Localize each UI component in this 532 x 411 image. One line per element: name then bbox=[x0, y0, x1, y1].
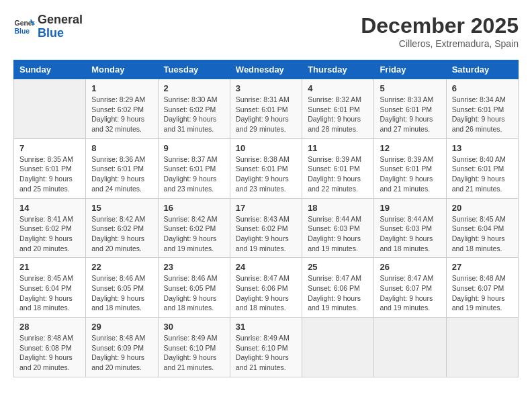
header-sunday: Sunday bbox=[14, 60, 86, 79]
day-info: Sunrise: 8:47 AMSunset: 6:07 PMDaylight:… bbox=[380, 273, 440, 313]
day-number: 29 bbox=[91, 322, 152, 332]
calendar-cell: 29Sunrise: 8:48 AMSunset: 6:09 PMDayligh… bbox=[86, 318, 158, 377]
day-info: Sunrise: 8:33 AMSunset: 6:01 PMDaylight:… bbox=[380, 95, 440, 134]
day-number: 26 bbox=[380, 262, 440, 272]
svg-text:Blue: Blue bbox=[15, 27, 30, 34]
calendar-cell: 27Sunrise: 8:48 AMSunset: 6:07 PMDayligh… bbox=[446, 258, 518, 318]
day-info: Sunrise: 8:45 AMSunset: 6:04 PMDaylight:… bbox=[452, 214, 513, 254]
calendar-cell: 8Sunrise: 8:36 AMSunset: 6:01 PMDaylight… bbox=[86, 138, 158, 198]
header-tuesday: Tuesday bbox=[158, 60, 230, 79]
calendar-cell: 15Sunrise: 8:42 AMSunset: 6:02 PMDayligh… bbox=[86, 198, 158, 258]
day-info: Sunrise: 8:34 AMSunset: 6:01 PMDaylight:… bbox=[452, 95, 513, 134]
day-number: 25 bbox=[308, 262, 368, 272]
day-info: Sunrise: 8:48 AMSunset: 6:09 PMDaylight:… bbox=[91, 333, 152, 373]
day-info: Sunrise: 8:48 AMSunset: 6:07 PMDaylight:… bbox=[452, 273, 513, 313]
calendar-cell: 3Sunrise: 8:31 AMSunset: 6:01 PMDaylight… bbox=[230, 79, 302, 139]
calendar-cell: 14Sunrise: 8:41 AMSunset: 6:02 PMDayligh… bbox=[14, 198, 86, 258]
day-info: Sunrise: 8:35 AMSunset: 6:01 PMDaylight:… bbox=[19, 154, 80, 194]
title-area: December 2025 Cilleros, Extremadura, Spa… bbox=[361, 13, 519, 49]
day-number: 5 bbox=[380, 83, 440, 93]
calendar-cell: 25Sunrise: 8:47 AMSunset: 6:06 PMDayligh… bbox=[302, 258, 374, 318]
calendar-cell: 5Sunrise: 8:33 AMSunset: 6:01 PMDaylight… bbox=[374, 79, 446, 139]
day-number: 23 bbox=[164, 262, 224, 272]
day-number: 17 bbox=[236, 203, 296, 213]
calendar-cell: 20Sunrise: 8:45 AMSunset: 6:04 PMDayligh… bbox=[446, 198, 518, 258]
week-row-4: 21Sunrise: 8:45 AMSunset: 6:04 PMDayligh… bbox=[14, 258, 519, 318]
calendar-cell: 9Sunrise: 8:37 AMSunset: 6:01 PMDaylight… bbox=[158, 138, 230, 198]
day-number: 12 bbox=[380, 143, 440, 153]
day-info: Sunrise: 8:40 AMSunset: 6:01 PMDaylight:… bbox=[452, 154, 513, 194]
day-number: 16 bbox=[164, 203, 224, 213]
day-info: Sunrise: 8:41 AMSunset: 6:02 PMDaylight:… bbox=[19, 214, 80, 254]
header-saturday: Saturday bbox=[446, 60, 518, 79]
header: General Blue General Blue December 2025 … bbox=[13, 13, 519, 49]
calendar-cell: 19Sunrise: 8:44 AMSunset: 6:03 PMDayligh… bbox=[374, 198, 446, 258]
day-info: Sunrise: 8:47 AMSunset: 6:06 PMDaylight:… bbox=[308, 273, 368, 313]
header-wednesday: Wednesday bbox=[230, 60, 302, 79]
day-info: Sunrise: 8:36 AMSunset: 6:01 PMDaylight:… bbox=[91, 154, 152, 194]
calendar-table: SundayMondayTuesdayWednesdayThursdayFrid… bbox=[13, 60, 519, 377]
day-info: Sunrise: 8:30 AMSunset: 6:02 PMDaylight:… bbox=[164, 95, 224, 134]
day-info: Sunrise: 8:31 AMSunset: 6:01 PMDaylight:… bbox=[236, 95, 296, 134]
day-number: 7 bbox=[19, 143, 80, 153]
day-number: 11 bbox=[308, 143, 368, 153]
calendar-cell: 31Sunrise: 8:49 AMSunset: 6:10 PMDayligh… bbox=[230, 318, 302, 377]
day-number: 2 bbox=[164, 83, 224, 93]
calendar-cell bbox=[374, 318, 446, 377]
day-info: Sunrise: 8:42 AMSunset: 6:02 PMDaylight:… bbox=[164, 214, 224, 254]
calendar-cell: 2Sunrise: 8:30 AMSunset: 6:02 PMDaylight… bbox=[158, 79, 230, 139]
day-info: Sunrise: 8:48 AMSunset: 6:08 PMDaylight:… bbox=[19, 333, 80, 373]
month-title: December 2025 bbox=[361, 13, 519, 38]
day-info: Sunrise: 8:42 AMSunset: 6:02 PMDaylight:… bbox=[91, 214, 152, 254]
calendar-cell: 21Sunrise: 8:45 AMSunset: 6:04 PMDayligh… bbox=[14, 258, 86, 318]
week-row-3: 14Sunrise: 8:41 AMSunset: 6:02 PMDayligh… bbox=[14, 198, 519, 258]
day-number: 8 bbox=[91, 143, 152, 153]
header-friday: Friday bbox=[374, 60, 446, 79]
day-number: 22 bbox=[91, 262, 152, 272]
calendar-cell bbox=[302, 318, 374, 377]
day-number: 24 bbox=[236, 262, 296, 272]
day-number: 20 bbox=[452, 203, 513, 213]
day-number: 27 bbox=[452, 262, 513, 272]
calendar-cell: 10Sunrise: 8:38 AMSunset: 6:01 PMDayligh… bbox=[230, 138, 302, 198]
logo-general-text: General bbox=[38, 13, 83, 27]
day-number: 9 bbox=[164, 143, 224, 153]
calendar-cell: 23Sunrise: 8:46 AMSunset: 6:05 PMDayligh… bbox=[158, 258, 230, 318]
calendar-cell: 28Sunrise: 8:48 AMSunset: 6:08 PMDayligh… bbox=[14, 318, 86, 377]
day-number: 18 bbox=[308, 203, 368, 213]
day-number: 15 bbox=[91, 203, 152, 213]
day-number: 14 bbox=[19, 203, 80, 213]
header-monday: Monday bbox=[86, 60, 158, 79]
logo-blue-text: Blue bbox=[38, 27, 83, 40]
day-info: Sunrise: 8:37 AMSunset: 6:01 PMDaylight:… bbox=[164, 154, 224, 194]
day-info: Sunrise: 8:45 AMSunset: 6:04 PMDaylight:… bbox=[19, 273, 80, 313]
calendar-cell: 22Sunrise: 8:46 AMSunset: 6:05 PMDayligh… bbox=[86, 258, 158, 318]
calendar-cell: 7Sunrise: 8:35 AMSunset: 6:01 PMDaylight… bbox=[14, 138, 86, 198]
day-info: Sunrise: 8:39 AMSunset: 6:01 PMDaylight:… bbox=[308, 154, 368, 194]
day-number: 28 bbox=[19, 322, 80, 332]
calendar-cell: 18Sunrise: 8:44 AMSunset: 6:03 PMDayligh… bbox=[302, 198, 374, 258]
day-number: 3 bbox=[236, 83, 296, 93]
day-info: Sunrise: 8:44 AMSunset: 6:03 PMDaylight:… bbox=[308, 214, 368, 254]
day-number: 4 bbox=[308, 83, 368, 93]
calendar-cell bbox=[14, 79, 86, 139]
calendar-cell: 26Sunrise: 8:47 AMSunset: 6:07 PMDayligh… bbox=[374, 258, 446, 318]
calendar-cell: 16Sunrise: 8:42 AMSunset: 6:02 PMDayligh… bbox=[158, 198, 230, 258]
day-info: Sunrise: 8:44 AMSunset: 6:03 PMDaylight:… bbox=[380, 214, 440, 254]
week-row-5: 28Sunrise: 8:48 AMSunset: 6:08 PMDayligh… bbox=[14, 318, 519, 377]
logo-icon: General Blue bbox=[13, 16, 35, 38]
day-number: 19 bbox=[380, 203, 440, 213]
day-number: 6 bbox=[452, 83, 513, 93]
day-number: 30 bbox=[164, 322, 224, 332]
day-info: Sunrise: 8:39 AMSunset: 6:01 PMDaylight:… bbox=[380, 154, 440, 194]
week-row-1: 1Sunrise: 8:29 AMSunset: 6:02 PMDaylight… bbox=[14, 79, 519, 139]
week-row-2: 7Sunrise: 8:35 AMSunset: 6:01 PMDaylight… bbox=[14, 138, 519, 198]
calendar-header-row: SundayMondayTuesdayWednesdayThursdayFrid… bbox=[14, 60, 519, 79]
day-info: Sunrise: 8:32 AMSunset: 6:01 PMDaylight:… bbox=[308, 95, 368, 134]
calendar-cell: 17Sunrise: 8:43 AMSunset: 6:02 PMDayligh… bbox=[230, 198, 302, 258]
calendar-cell bbox=[446, 318, 518, 377]
calendar-cell: 6Sunrise: 8:34 AMSunset: 6:01 PMDaylight… bbox=[446, 79, 518, 139]
calendar-cell: 11Sunrise: 8:39 AMSunset: 6:01 PMDayligh… bbox=[302, 138, 374, 198]
calendar-cell: 30Sunrise: 8:49 AMSunset: 6:10 PMDayligh… bbox=[158, 318, 230, 377]
day-info: Sunrise: 8:29 AMSunset: 6:02 PMDaylight:… bbox=[91, 95, 152, 134]
